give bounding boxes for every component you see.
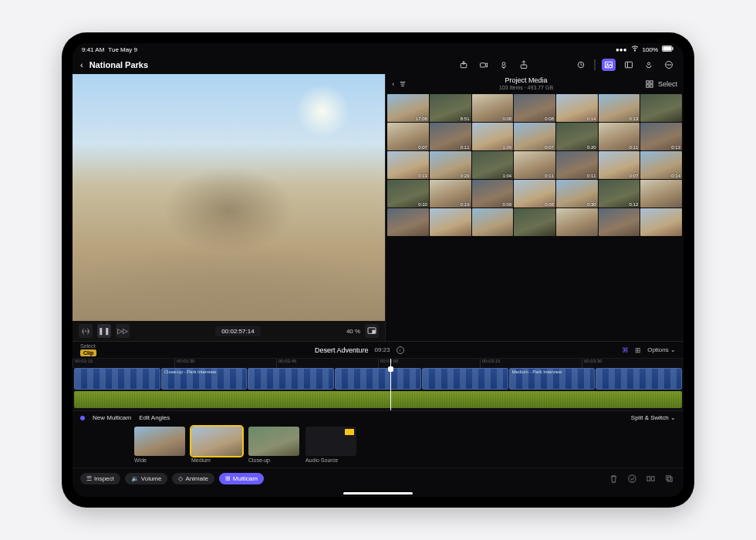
multicam-angle[interactable]: Close-up [248,427,299,463]
multicam-angle[interactable]: Wide [134,427,185,463]
audio-track[interactable] [74,391,682,408]
history-icon[interactable] [574,59,588,71]
media-thumbnail[interactable]: 0:19 [430,180,471,208]
timeline-clip[interactable] [596,368,682,390]
duplicate-icon[interactable] [662,472,676,486]
thumb-duration: 0:11 [629,145,639,150]
media-thumbnail[interactable] [640,180,682,208]
svg-rect-19 [646,81,649,83]
filter-icon[interactable] [399,80,407,88]
options-button[interactable]: Options ⌄ [647,346,676,353]
svg-rect-24 [646,477,650,481]
timeline-clip[interactable] [74,368,160,390]
select-button[interactable]: Select [658,80,677,88]
delete-icon[interactable] [606,472,620,486]
split-icon[interactable] [643,472,657,486]
media-thumbnail[interactable]: 0:29 [430,151,471,179]
status-time: 9:41 AM [82,46,104,53]
thumb-duration: 0:07 [418,145,427,150]
media-thumbnail[interactable]: 0:10 [387,180,429,208]
timecode-display[interactable]: 00:02:57:14 [215,326,260,336]
media-thumbnail[interactable]: 1:04 [472,151,514,179]
svg-point-16 [670,65,671,66]
media-thumbnail[interactable] [556,208,598,236]
media-thumbnail[interactable]: 17:08 [387,94,429,122]
photos-browser-icon[interactable] [602,59,616,71]
timeline[interactable]: 00:02:1500:02:3000:02:4500:03:0000:03:15… [73,358,683,410]
audio-browser-icon[interactable] [642,59,656,71]
media-thumbnail[interactable] [599,208,640,236]
media-thumbnail[interactable]: 0:11 [556,151,598,179]
clip-label: Close-up - Park Interview [164,370,216,374]
content-library-icon[interactable] [622,59,636,71]
timeline-ruler[interactable]: 00:02:1500:02:3000:02:4500:03:0000:03:15… [73,359,683,368]
camera-icon[interactable] [477,59,491,71]
multicam-angle[interactable]: Medium [191,427,242,463]
media-thumbnail[interactable]: 0:07 [514,123,555,150]
media-thumbnail[interactable]: 0:11 [514,151,555,179]
media-thumbnail[interactable]: 0:11 [430,123,471,150]
angle-thumbnail [305,427,356,456]
timeline-clip[interactable]: Medium - Park Interview [509,368,596,390]
timeline-clip[interactable] [248,368,334,390]
media-thumbnail[interactable]: 0:09 [472,180,514,208]
media-thumbnail[interactable] [430,208,471,236]
media-thumbnail[interactable]: 0:07 [599,151,640,179]
battery-icon [662,46,674,53]
new-multicam-button[interactable]: New Multicam [93,414,131,421]
snap-icon[interactable]: ⊞ [635,346,641,354]
edit-angles-button[interactable]: Edit Angles [139,414,170,421]
media-thumbnail[interactable]: 0:13 [599,94,640,122]
next-frame-button[interactable]: ▷▷ [116,324,130,338]
media-thumbnail[interactable] [387,208,429,236]
play-pause-button[interactable]: ❚❚ [97,324,111,338]
view-options-button[interactable] [365,324,379,338]
media-thumbnail[interactable]: 8:51 [430,94,471,122]
media-thumbnail[interactable]: 0:08 [472,94,514,122]
media-thumbnail[interactable] [640,208,682,236]
media-thumbnail[interactable]: 0:13 [387,151,429,179]
media-thumbnail[interactable]: 0:11 [599,123,640,150]
share-icon[interactable] [517,59,531,71]
timeline-clip[interactable] [422,368,508,390]
viewer-zoom[interactable]: 40 % [346,328,360,335]
video-track[interactable]: Close-up - Park InterviewMedium - Park I… [73,368,683,390]
multicam-angles-row: WideMediumClose-upAudio Source [73,424,683,467]
ruler-tick: 00:03:15 [480,359,582,368]
media-thumbnail[interactable]: 0:14 [640,151,682,179]
home-indicator[interactable] [73,489,683,497]
media-thumbnail[interactable] [640,94,682,122]
media-thumbnail[interactable]: 0:30 [556,180,598,208]
multicam-mode-button[interactable]: Split & Switch ⌄ [631,414,676,421]
multicam-angle[interactable]: Audio Source [305,427,356,463]
timeline-clip[interactable]: Close-up - Park Interview [161,368,248,390]
media-thumbnail[interactable]: 0:08 [514,94,555,122]
inspect-button[interactable]: ☰ Inspect [80,473,120,484]
media-thumbnail[interactable]: 0:07 [387,123,429,150]
info-icon[interactable]: i [397,346,404,354]
volume-button[interactable]: 🔉 Volume [125,473,168,484]
grid-layout-icon[interactable] [646,80,653,88]
clip-tag[interactable]: Clip [80,349,96,356]
multicam-button[interactable]: ⊞ Multicam [219,473,264,484]
media-thumbnail[interactable] [472,208,514,236]
enable-icon[interactable] [625,472,639,486]
more-icon[interactable] [662,59,676,71]
timeline-clip[interactable] [335,368,421,390]
playhead[interactable] [390,359,391,410]
browser-back-icon[interactable]: ‹ [392,80,394,88]
viewer[interactable] [73,74,385,321]
animate-button[interactable]: ◇ Animate [172,473,214,484]
voiceover-icon[interactable] [497,59,511,71]
media-thumbnail[interactable]: 0:08 [514,180,555,208]
media-thumbnail[interactable]: 0:14 [556,94,598,122]
media-thumbnail[interactable]: 0:12 [599,180,640,208]
media-thumbnail[interactable]: 1:09 [472,123,514,150]
media-thumbnail[interactable]: 0:13 [640,123,682,150]
back-button[interactable]: ‹ [80,60,83,69]
import-icon[interactable] [457,59,471,71]
media-thumbnail[interactable] [514,208,555,236]
media-thumbnail[interactable]: 0:20 [556,123,598,150]
link-icon[interactable]: ⌘ [622,346,629,354]
prev-frame-button[interactable]: ⦑◦⦒ [79,324,93,338]
